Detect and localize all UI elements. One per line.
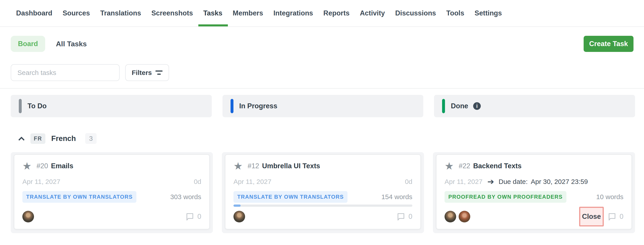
card-title-row: ★ #20 Emails (22, 161, 201, 171)
card-badge-row: TRANSLATE BY OWN TRANSLATORS 154 words (234, 191, 412, 203)
card-footer: 0 (234, 211, 412, 222)
card-badge-row: TRANSLATE BY OWN TRANSLATORS 303 words (22, 191, 201, 203)
info-icon[interactable]: i (473, 102, 481, 110)
due-date-label: Due date: (499, 178, 528, 185)
column-label-todo: To Do (28, 102, 47, 110)
filters-button[interactable]: Filters (125, 64, 169, 81)
nav-item-activity[interactable]: Activity (360, 0, 385, 26)
lane-todo: ★ #20 Emails Apr 11, 2027 0d TRANSLATE B… (11, 152, 213, 233)
column-header-in-progress[interactable]: In Progress (222, 95, 424, 117)
nav-item-translations[interactable]: Translations (100, 0, 141, 26)
word-count: 303 words (170, 193, 201, 201)
board: ★ #20 Emails Apr 11, 2027 0d TRANSLATE B… (0, 152, 644, 233)
arrow-right-icon: ➔ (488, 177, 494, 186)
task-title: Umbrella UI Texts (262, 162, 320, 170)
comments[interactable]: 0 (185, 212, 201, 221)
language-name: French (51, 134, 76, 143)
task-id: #12 (248, 162, 259, 170)
search-row: Filters (0, 64, 644, 81)
view-switch-row: Board All Tasks Create Task (0, 36, 644, 52)
nav-item-tools[interactable]: Tools (446, 0, 464, 26)
task-date: Apr 11, 2027 (234, 178, 272, 185)
assignee-avatars (444, 211, 470, 222)
comments[interactable]: 0 (396, 212, 412, 221)
task-days: 0d (194, 178, 201, 185)
task-days: 0d (405, 178, 412, 185)
language-code-badge: FR (30, 133, 46, 144)
word-count: 10 words (596, 193, 624, 201)
progress-bar (234, 204, 412, 207)
in-progress-status-bar (230, 99, 234, 113)
create-task-button[interactable]: Create Task (584, 36, 634, 52)
card-date-row: Apr 11, 2027 0d (234, 178, 412, 186)
comments[interactable]: 0 (608, 212, 624, 221)
card-date-row: Apr 11, 2027 0d (22, 178, 201, 186)
filter-icon (156, 71, 162, 75)
assignee-avatar[interactable] (459, 211, 470, 222)
task-card-20[interactable]: ★ #20 Emails Apr 11, 2027 0d TRANSLATE B… (14, 154, 210, 229)
nav-item-reports[interactable]: Reports (323, 0, 350, 26)
task-title: Backend Texts (473, 162, 522, 170)
assignee-avatars (22, 211, 34, 222)
progress-bar-fill (234, 204, 240, 207)
nav-item-settings[interactable]: Settings (474, 0, 502, 26)
card-title-row: ★ #22 Backend Texts (444, 161, 624, 171)
comment-bubble-icon (608, 212, 616, 221)
card-date-row: Apr 11, 2027 ➔ Due date: Apr 30, 2027 23… (444, 178, 624, 186)
nav-item-screenshots[interactable]: Screenshots (152, 0, 193, 26)
column-header-todo[interactable]: To Do (11, 95, 212, 117)
task-type-badge: PROOFREAD BY OWN PROOFREADERS (444, 191, 566, 203)
task-card-22[interactable]: ★ #22 Backend Texts Apr 11, 2027 ➔ Due d… (436, 154, 632, 229)
nav-item-sources[interactable]: Sources (62, 0, 90, 26)
top-navigation: Dashboard Sources Translations Screensho… (0, 0, 644, 27)
task-id: #20 (36, 162, 48, 170)
lane-in-progress: ★ #12 Umbrella UI Texts Apr 11, 2027 0d … (222, 152, 424, 233)
language-group-row: FR French 3 (0, 133, 644, 144)
card-title-row: ★ #12 Umbrella UI Texts (234, 161, 412, 171)
due-date-value: Apr 30, 2027 23:59 (531, 178, 588, 185)
assignee-avatar[interactable] (444, 211, 456, 222)
comment-bubble-icon (396, 212, 406, 221)
task-date: Apr 11, 2027 (22, 178, 60, 185)
task-date: Apr 11, 2027 (444, 178, 482, 185)
search-input[interactable] (11, 64, 120, 81)
task-title: Emails (51, 162, 73, 170)
column-label-in-progress: In Progress (239, 102, 278, 110)
task-id: #22 (459, 162, 470, 170)
column-label-done: Done (451, 102, 468, 110)
language-task-count: 3 (85, 133, 96, 144)
nav-item-dashboard[interactable]: Dashboard (16, 0, 52, 26)
todo-status-bar (19, 99, 22, 113)
star-icon[interactable]: ★ (444, 161, 454, 171)
comment-count: 0 (620, 212, 624, 221)
column-header-done[interactable]: Done i (434, 95, 635, 117)
board-view-toggle[interactable]: Board (11, 36, 45, 52)
lane-done: ★ #22 Backend Texts Apr 11, 2027 ➔ Due d… (433, 152, 635, 233)
card-footer: 0 (22, 211, 201, 222)
all-tasks-link[interactable]: All Tasks (56, 40, 87, 48)
star-icon[interactable]: ★ (234, 161, 242, 171)
assignee-avatar[interactable] (22, 211, 34, 222)
status-columns: To Do In Progress Done i (0, 95, 644, 117)
card-badge-row: PROOFREAD BY OWN PROOFREADERS 10 words (444, 191, 624, 203)
divider (0, 88, 644, 89)
task-type-badge: TRANSLATE BY OWN TRANSLATORS (234, 191, 348, 203)
star-icon[interactable]: ★ (22, 161, 32, 171)
done-status-bar (442, 99, 445, 113)
comment-count: 0 (408, 212, 412, 221)
task-type-badge: TRANSLATE BY OWN TRANSLATORS (22, 191, 136, 203)
nav-item-tasks[interactable]: Tasks (203, 0, 222, 26)
nav-item-members[interactable]: Members (233, 0, 263, 26)
comment-count: 0 (198, 212, 201, 221)
assignee-avatar[interactable] (234, 211, 245, 222)
assignee-avatars (234, 211, 245, 222)
close-task-button[interactable]: Close (579, 207, 604, 226)
nav-item-discussions[interactable]: Discussions (395, 0, 436, 26)
word-count: 154 words (382, 193, 412, 201)
collapse-chevron-icon[interactable] (18, 137, 24, 143)
nav-item-integrations[interactable]: Integrations (274, 0, 313, 26)
filters-button-label: Filters (132, 69, 152, 77)
task-card-12[interactable]: ★ #12 Umbrella UI Texts Apr 11, 2027 0d … (225, 154, 421, 229)
comment-bubble-icon (185, 212, 194, 221)
